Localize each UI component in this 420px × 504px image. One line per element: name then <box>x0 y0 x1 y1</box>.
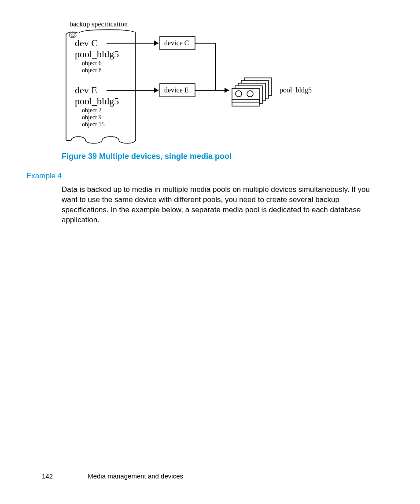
svg-rect-14 <box>232 88 259 106</box>
svg-marker-9 <box>225 88 229 93</box>
block1-obj0: object 6 <box>82 60 102 66</box>
device2-label: device E <box>164 86 189 94</box>
block1-obj1: object 8 <box>82 67 102 74</box>
body-paragraph: Data is backed up to media in multiple m… <box>62 185 370 225</box>
block2-pool: pool_bldg5 <box>75 96 119 107</box>
section-title: Media management and devices <box>88 472 183 480</box>
svg-marker-3 <box>154 40 158 46</box>
block2-obj0: object 2 <box>82 107 102 114</box>
svg-marker-5 <box>154 88 158 93</box>
svg-point-15 <box>236 91 242 97</box>
block1-dev: dev C <box>75 37 98 48</box>
svg-rect-17 <box>232 99 259 102</box>
tape-stack-icon <box>232 78 272 106</box>
figure-caption: Figure 39 Multiple devices, single media… <box>62 152 232 161</box>
page-number: 142 <box>42 472 86 480</box>
pool-label: pool_bldg5 <box>280 86 312 94</box>
block2-dev: dev E <box>75 85 97 96</box>
device1-label: device C <box>164 39 189 47</box>
block2-obj2: object 15 <box>82 121 105 128</box>
spec-title: backup specification <box>70 22 128 28</box>
example-heading: Example 4 <box>26 172 62 180</box>
figure-diagram: backup specification dev C pool_bldg5 ob… <box>62 22 348 145</box>
block2-obj1: object 9 <box>82 114 102 121</box>
block1-pool: pool_bldg5 <box>75 48 119 59</box>
page-footer: 142 Media management and devices <box>42 472 183 480</box>
svg-point-16 <box>247 91 253 97</box>
